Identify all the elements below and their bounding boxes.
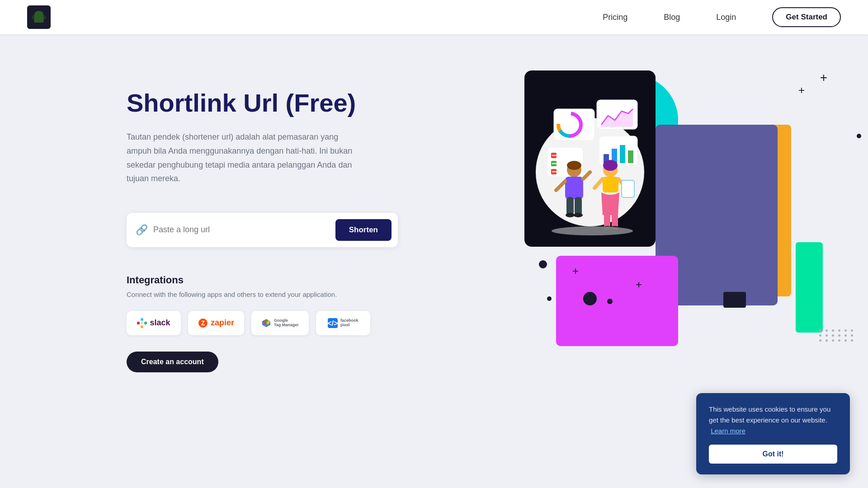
logo[interactable] [27,5,51,29]
integration-logos: slack Z zapier [127,311,420,335]
shorten-button[interactable]: Shorten [335,219,392,241]
deco-plus-4: + [636,278,642,291]
hero-subtitle: Tautan pendek (shortener url) adalah ala… [127,130,353,185]
svg-rect-49 [612,212,618,228]
svg-point-52 [552,226,633,235]
zapier-logo[interactable]: Z zapier [188,311,244,335]
facebook-pixel-logo[interactable]: </> facebook pixel [316,311,370,335]
deco-dot-3 [547,296,552,301]
svg-rect-5 [141,322,143,324]
nav-blog[interactable]: Blog [664,13,680,22]
link-icon: 🔗 [136,224,148,236]
deco-dot-big [583,292,597,305]
deco-dot-1 [857,134,861,138]
google-tag-manager-logo[interactable]: Google Tag Manager [251,311,309,335]
svg-point-43 [603,160,618,171]
cookie-banner: This website uses cookies to ensure you … [696,393,850,474]
svg-rect-4 [141,325,143,328]
cookie-message: This website uses cookies to ensure you … [709,404,837,436]
svg-rect-24 [620,145,625,163]
gtm-line2: Tag Manager [274,323,299,328]
deco-green-rect [796,242,823,333]
svg-rect-44 [603,177,618,192]
nav-login[interactable]: Login [716,13,736,22]
create-account-button[interactable]: Create an account [127,352,218,372]
deco-plus-2: + [798,84,805,97]
learn-more-link[interactable]: Learn more [711,427,745,435]
svg-rect-3 [144,322,147,324]
svg-rect-47 [622,180,634,197]
svg-rect-35 [565,177,583,199]
svg-text:</>: </> [328,319,338,327]
hero-content: Shortlink Url (Free) Tautan pendek (shor… [127,70,420,372]
nav-links: Pricing Blog Login Get Started [603,7,841,27]
integrations-section: Integrations Connect with the following … [127,274,420,372]
url-input[interactable] [153,225,330,235]
svg-point-41 [574,213,583,217]
svg-rect-48 [604,212,610,228]
navbar: Pricing Blog Login Get Started [0,0,868,34]
slack-label: slack [150,318,170,328]
svg-point-40 [566,213,575,217]
deco-dot-2 [539,260,547,268]
svg-rect-1 [137,322,140,324]
integrations-title: Integrations [127,274,420,286]
logo-image [27,5,51,29]
svg-point-34 [567,161,581,170]
main-illustration-card [524,70,656,247]
integrations-subtitle: Connect with the following apps and othe… [127,291,420,298]
deco-dot-4 [607,299,613,304]
svg-rect-2 [141,318,143,321]
svg-text:Z: Z [201,319,205,327]
svg-rect-38 [566,197,574,215]
fbpixel-line2: pixel [340,323,359,328]
hero-illustration: + + + + [461,61,868,378]
nav-pricing[interactable]: Pricing [603,13,627,22]
deco-plus-1: + [820,70,827,85]
zapier-label: zapier [211,318,234,328]
deco-plus-3: + [572,265,579,277]
deco-dark-rect [723,292,746,308]
slack-logo[interactable]: slack [127,311,181,335]
hero-title: Shortlink Url (Free) [127,89,420,117]
dot-grid-pattern [819,329,854,342]
svg-rect-25 [628,150,633,163]
svg-rect-39 [575,197,582,215]
got-it-button[interactable]: Got it! [709,445,837,464]
get-started-button[interactable]: Get Started [772,7,841,27]
hero-section: Shortlink Url (Free) Tautan pendek (shor… [0,34,868,405]
url-input-card: 🔗 Shorten [127,213,398,247]
